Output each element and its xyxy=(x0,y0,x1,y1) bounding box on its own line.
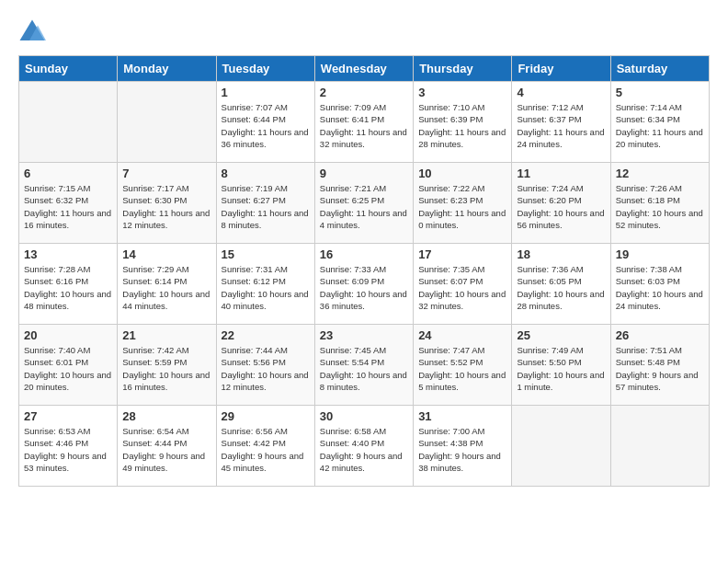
day-info: Sunrise: 7:33 AM Sunset: 6:09 PM Dayligh… xyxy=(320,263,408,312)
calendar-cell: 25Sunrise: 7:49 AM Sunset: 5:50 PM Dayli… xyxy=(512,325,610,406)
calendar-cell xyxy=(118,82,216,163)
calendar-cell: 24Sunrise: 7:47 AM Sunset: 5:52 PM Dayli… xyxy=(414,325,512,406)
day-info: Sunrise: 7:14 AM Sunset: 6:34 PM Dayligh… xyxy=(616,101,704,150)
day-number: 22 xyxy=(222,328,310,342)
day-info: Sunrise: 7:19 AM Sunset: 6:27 PM Dayligh… xyxy=(222,182,310,231)
day-number: 27 xyxy=(24,409,112,423)
calendar-cell: 15Sunrise: 7:31 AM Sunset: 6:12 PM Dayli… xyxy=(216,244,314,325)
day-number: 19 xyxy=(616,247,704,261)
calendar-cell xyxy=(512,406,610,487)
day-number: 16 xyxy=(320,247,408,261)
day-info: Sunrise: 7:40 AM Sunset: 6:01 PM Dayligh… xyxy=(24,344,112,393)
calendar-cell: 22Sunrise: 7:44 AM Sunset: 5:56 PM Dayli… xyxy=(216,325,314,406)
day-info: Sunrise: 6:54 AM Sunset: 4:44 PM Dayligh… xyxy=(122,425,210,474)
day-number: 20 xyxy=(24,328,112,342)
day-number: 1 xyxy=(222,86,310,99)
calendar-cell: 10Sunrise: 7:22 AM Sunset: 6:23 PM Dayli… xyxy=(414,163,512,244)
calendar-cell: 17Sunrise: 7:35 AM Sunset: 6:07 PM Dayli… xyxy=(414,244,512,325)
day-number: 8 xyxy=(222,167,310,180)
day-info: Sunrise: 7:45 AM Sunset: 5:54 PM Dayligh… xyxy=(320,344,408,393)
day-number: 12 xyxy=(616,167,704,180)
day-header-monday: Monday xyxy=(118,56,216,82)
day-number: 24 xyxy=(418,328,506,342)
calendar-cell: 20Sunrise: 7:40 AM Sunset: 6:01 PM Dayli… xyxy=(19,325,118,406)
calendar-cell: 2Sunrise: 7:09 AM Sunset: 6:41 PM Daylig… xyxy=(314,82,413,163)
day-info: Sunrise: 7:26 AM Sunset: 6:18 PM Dayligh… xyxy=(616,182,704,231)
calendar-cell: 6Sunrise: 7:15 AM Sunset: 6:32 PM Daylig… xyxy=(19,163,118,244)
day-info: Sunrise: 7:38 AM Sunset: 6:03 PM Dayligh… xyxy=(616,263,704,312)
calendar-cell: 23Sunrise: 7:45 AM Sunset: 5:54 PM Dayli… xyxy=(314,325,413,406)
calendar-cell: 5Sunrise: 7:14 AM Sunset: 6:34 PM Daylig… xyxy=(610,82,709,163)
day-info: Sunrise: 7:17 AM Sunset: 6:30 PM Dayligh… xyxy=(122,182,210,231)
calendar-cell: 28Sunrise: 6:54 AM Sunset: 4:44 PM Dayli… xyxy=(118,406,216,487)
day-number: 6 xyxy=(24,167,112,180)
calendar-cell: 11Sunrise: 7:24 AM Sunset: 6:20 PM Dayli… xyxy=(512,163,610,244)
day-info: Sunrise: 7:29 AM Sunset: 6:14 PM Dayligh… xyxy=(122,263,210,312)
day-number: 23 xyxy=(320,328,408,342)
week-row-5: 27Sunrise: 6:53 AM Sunset: 4:46 PM Dayli… xyxy=(19,406,710,487)
calendar-cell: 27Sunrise: 6:53 AM Sunset: 4:46 PM Dayli… xyxy=(19,406,118,487)
day-info: Sunrise: 7:51 AM Sunset: 5:48 PM Dayligh… xyxy=(616,344,704,393)
logo-icon xyxy=(18,18,46,46)
calendar-cell: 13Sunrise: 7:28 AM Sunset: 6:16 PM Dayli… xyxy=(19,244,118,325)
day-number: 15 xyxy=(222,247,310,261)
day-header-tuesday: Tuesday xyxy=(216,56,314,82)
day-info: Sunrise: 7:31 AM Sunset: 6:12 PM Dayligh… xyxy=(222,263,310,312)
day-number: 26 xyxy=(616,328,704,342)
day-info: Sunrise: 7:07 AM Sunset: 6:44 PM Dayligh… xyxy=(222,101,310,150)
day-number: 5 xyxy=(616,86,704,99)
day-number: 10 xyxy=(418,167,506,180)
logo xyxy=(18,18,50,46)
calendar-cell: 7Sunrise: 7:17 AM Sunset: 6:30 PM Daylig… xyxy=(118,163,216,244)
day-info: Sunrise: 7:28 AM Sunset: 6:16 PM Dayligh… xyxy=(24,263,112,312)
day-number: 3 xyxy=(418,86,506,99)
day-header-wednesday: Wednesday xyxy=(314,56,413,82)
day-info: Sunrise: 7:00 AM Sunset: 4:38 PM Dayligh… xyxy=(418,425,506,474)
calendar-cell: 3Sunrise: 7:10 AM Sunset: 6:39 PM Daylig… xyxy=(414,82,512,163)
day-number: 14 xyxy=(122,247,210,261)
calendar-cell: 18Sunrise: 7:36 AM Sunset: 6:05 PM Dayli… xyxy=(512,244,610,325)
calendar-cell: 9Sunrise: 7:21 AM Sunset: 6:25 PM Daylig… xyxy=(314,163,413,244)
day-number: 21 xyxy=(122,328,210,342)
day-info: Sunrise: 7:36 AM Sunset: 6:05 PM Dayligh… xyxy=(517,263,605,312)
day-info: Sunrise: 7:15 AM Sunset: 6:32 PM Dayligh… xyxy=(24,182,112,231)
calendar-cell xyxy=(19,82,118,163)
day-info: Sunrise: 6:53 AM Sunset: 4:46 PM Dayligh… xyxy=(24,425,112,474)
day-number: 25 xyxy=(517,328,605,342)
day-number: 13 xyxy=(24,247,112,261)
day-info: Sunrise: 7:10 AM Sunset: 6:39 PM Dayligh… xyxy=(418,101,506,150)
day-number: 18 xyxy=(517,247,605,261)
day-info: Sunrise: 6:56 AM Sunset: 4:42 PM Dayligh… xyxy=(222,425,310,474)
calendar-header-row: SundayMondayTuesdayWednesdayThursdayFrid… xyxy=(19,56,710,82)
calendar-cell: 4Sunrise: 7:12 AM Sunset: 6:37 PM Daylig… xyxy=(512,82,610,163)
day-info: Sunrise: 7:42 AM Sunset: 5:59 PM Dayligh… xyxy=(122,344,210,393)
day-header-friday: Friday xyxy=(512,56,610,82)
calendar-cell: 31Sunrise: 7:00 AM Sunset: 4:38 PM Dayli… xyxy=(414,406,512,487)
day-header-saturday: Saturday xyxy=(610,56,709,82)
day-number: 2 xyxy=(320,86,408,99)
calendar-cell: 26Sunrise: 7:51 AM Sunset: 5:48 PM Dayli… xyxy=(610,325,709,406)
day-info: Sunrise: 7:49 AM Sunset: 5:50 PM Dayligh… xyxy=(517,344,605,393)
day-info: Sunrise: 6:58 AM Sunset: 4:40 PM Dayligh… xyxy=(320,425,408,474)
calendar-cell: 19Sunrise: 7:38 AM Sunset: 6:03 PM Dayli… xyxy=(610,244,709,325)
day-number: 29 xyxy=(222,409,310,423)
page-header xyxy=(18,18,710,46)
day-number: 17 xyxy=(418,247,506,261)
calendar-cell: 12Sunrise: 7:26 AM Sunset: 6:18 PM Dayli… xyxy=(610,163,709,244)
day-info: Sunrise: 7:35 AM Sunset: 6:07 PM Dayligh… xyxy=(418,263,506,312)
calendar-cell xyxy=(610,406,709,487)
calendar-table: SundayMondayTuesdayWednesdayThursdayFrid… xyxy=(18,55,710,487)
calendar-cell: 1Sunrise: 7:07 AM Sunset: 6:44 PM Daylig… xyxy=(216,82,314,163)
calendar-cell: 14Sunrise: 7:29 AM Sunset: 6:14 PM Dayli… xyxy=(118,244,216,325)
day-number: 31 xyxy=(418,409,506,423)
week-row-1: 1Sunrise: 7:07 AM Sunset: 6:44 PM Daylig… xyxy=(19,82,710,163)
calendar-cell: 30Sunrise: 6:58 AM Sunset: 4:40 PM Dayli… xyxy=(314,406,413,487)
day-info: Sunrise: 7:24 AM Sunset: 6:20 PM Dayligh… xyxy=(517,182,605,231)
calendar-cell: 21Sunrise: 7:42 AM Sunset: 5:59 PM Dayli… xyxy=(118,325,216,406)
day-number: 28 xyxy=(122,409,210,423)
day-number: 30 xyxy=(320,409,408,423)
week-row-4: 20Sunrise: 7:40 AM Sunset: 6:01 PM Dayli… xyxy=(19,325,710,406)
week-row-3: 13Sunrise: 7:28 AM Sunset: 6:16 PM Dayli… xyxy=(19,244,710,325)
week-row-2: 6Sunrise: 7:15 AM Sunset: 6:32 PM Daylig… xyxy=(19,163,710,244)
day-number: 4 xyxy=(517,86,605,99)
